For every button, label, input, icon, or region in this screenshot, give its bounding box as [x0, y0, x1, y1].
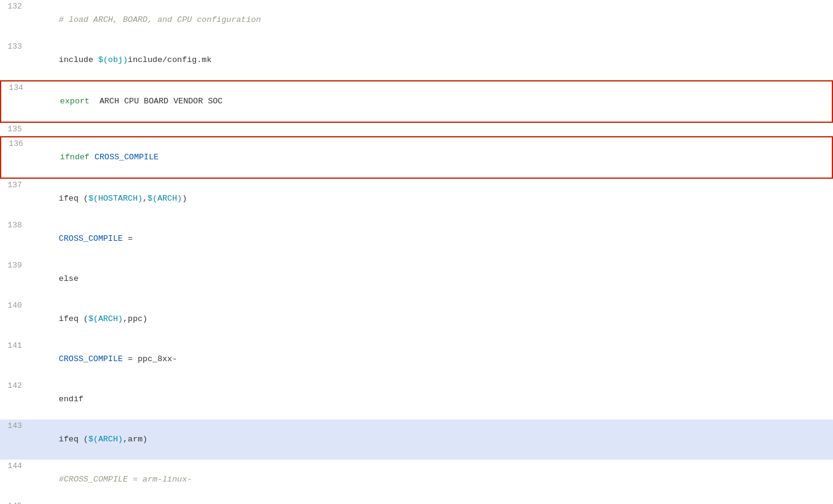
comment-and: and [158, 15, 172, 24]
var-arch: $(ARCH) [88, 435, 123, 444]
line-number: 142 [0, 379, 29, 393]
paren: ) [182, 194, 187, 203]
line-number: 143 [0, 419, 29, 433]
line-number: 134 [1, 81, 30, 95]
code-line-135: 135 [0, 123, 833, 136]
var-cross-compile: CROSS_COMPILE [94, 153, 158, 162]
kw-else: else [59, 274, 78, 283]
line-content: ifeq ($(HOSTARCH),$(ARCH)) [29, 179, 833, 219]
line-number: 132 [0, 0, 29, 13]
line-number: 141 [0, 339, 29, 353]
code-line-144: 144 #CROSS_COMPILE = arm-linux- [0, 460, 833, 500]
line-content: #CROSS_COMPILE = /usr/local/arm/4.4.1-ea… [29, 500, 833, 504]
code-line-143: 143 ifeq ($(ARCH),arm) [0, 419, 833, 460]
assign: = [123, 234, 133, 243]
line-content: # load ARCH, BOARD, and CPU configuratio… [29, 0, 833, 40]
kw-endif: endif [59, 395, 84, 404]
code-line-136: 136 ifndef CROSS_COMPILE [0, 136, 833, 179]
line-number: 145 [0, 500, 29, 504]
cpu-var: CPU [124, 97, 139, 106]
comma-arm: ,arm) [123, 435, 148, 444]
var-arch: $(ARCH) [88, 314, 123, 323]
line-content: CROSS_COMPILE = ppc_8xx- [29, 339, 833, 379]
assign-ppc: = ppc_8xx- [123, 354, 177, 364]
code-line-134: 134 export ARCH CPU BOARD VENDOR SOC [0, 80, 833, 123]
code-line-133: 133 include $(obj)include/config.mk [0, 40, 833, 80]
comment-assign: #CROSS_COMPILE = arm-linux- [59, 475, 192, 484]
line-content [29, 123, 833, 136]
comment-text: # load ARCH, BOARD, [59, 15, 158, 24]
code-line-142: 142 endif [0, 379, 833, 419]
export-vars: ARCH [89, 97, 124, 106]
comment-cpu: CPU configuration [172, 15, 261, 24]
line-content: include $(obj)include/config.mk [29, 40, 833, 80]
line-number: 139 [0, 259, 29, 272]
code-editor: 132 # load ARCH, BOARD, and CPU configur… [0, 0, 833, 504]
code-line-132: 132 # load ARCH, BOARD, and CPU configur… [0, 0, 833, 40]
path-text: include/config.mk [128, 55, 212, 64]
line-content: ifndef CROSS_COMPILE [30, 137, 832, 178]
line-content: ifeq ($(ARCH),arm) [29, 419, 833, 460]
line-content: #CROSS_COMPILE = arm-linux- [29, 460, 833, 500]
line-content: CROSS_COMPILE = [29, 219, 833, 259]
code-line-137: 137 ifeq ($(HOSTARCH),$(ARCH)) [0, 179, 833, 219]
line-number: 138 [0, 219, 29, 232]
board-var: BOARD VENDOR SOC [139, 97, 223, 106]
comma-ppc: ,ppc) [123, 314, 148, 323]
code-line-145: 145 #CROSS_COMPILE = /usr/local/arm/4.4.… [0, 500, 833, 504]
kw-ifndef: ifndef [60, 153, 90, 162]
code-line-141: 141 CROSS_COMPILE = ppc_8xx- [0, 339, 833, 379]
kw-ifeq: ifeq ( [59, 314, 89, 323]
kw-include: include [59, 55, 99, 64]
line-content: ifeq ($(ARCH),ppc) [29, 299, 833, 339]
line-number: 135 [0, 123, 29, 136]
kw-export: export [60, 97, 90, 106]
code-line-140: 140 ifeq ($(ARCH),ppc) [0, 299, 833, 339]
code-line-138: 138 CROSS_COMPILE = [0, 219, 833, 259]
var-arch: $(ARCH) [147, 194, 182, 203]
line-content: else [29, 259, 833, 299]
line-number: 133 [0, 40, 29, 54]
kw-ifeq: ifeq ( [59, 435, 89, 444]
line-content: endif [29, 379, 833, 419]
line-number: 137 [0, 179, 29, 192]
var-cross-compile: CROSS_COMPILE [59, 234, 123, 243]
line-number: 136 [1, 137, 30, 151]
var-hostarch: $(HOSTARCH) [88, 194, 142, 203]
var-obj: $(obj) [98, 55, 128, 64]
line-number: 144 [0, 460, 29, 473]
var-cross-compile: CROSS_COMPILE [59, 354, 123, 364]
line-content: export ARCH CPU BOARD VENDOR SOC [30, 81, 832, 122]
line-number: 140 [0, 299, 29, 312]
kw-ifeq: ifeq ( [59, 194, 89, 203]
code-line-139: 139 else [0, 259, 833, 299]
